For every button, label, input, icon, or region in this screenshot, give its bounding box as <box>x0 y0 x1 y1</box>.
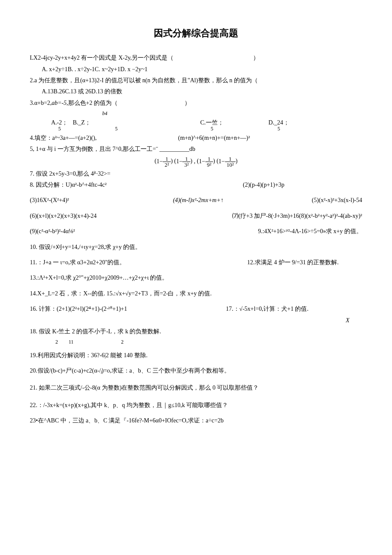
q16: 16. 计算：(2+1)(2²+l)(2⁴+1)-(2·²⁸+1)+1 <box>30 304 127 314</box>
q23: 23•在^ABC 中，三边 a、b、C 满足『-16fe?-M+6α0+IOfe… <box>30 416 362 425</box>
page-title: 因式分解综合提高题 <box>30 26 362 40</box>
q3-optC: C.一竺；5 <box>200 119 224 132</box>
q3-optB-den: 5 <box>115 119 118 132</box>
q4-right: (m+n)^+6(m+n)+=(m+n+—)² <box>178 133 250 143</box>
q1-text: LX2-4jcy-2y+x+4y2 有一个因式是 X-2y,另一个因式是（ <box>30 55 173 61</box>
q8-row3: (6)(x+l)(x+2)(x+3)(x+4)-24 ⑺(疗+3 加尸-8(·J… <box>30 211 362 221</box>
q18-dens: 2 11 2 <box>30 338 362 346</box>
q8-row2: (3)16X²-(X²+4)² (4)(m-l)x²-2mx+m+↑ (5)(x… <box>30 196 362 205</box>
q3-optB: B._Z； <box>73 119 91 126</box>
q3-options: A.-2；5 B._Z； 5 C.一竺；5 D._24；5 <box>30 119 362 132</box>
q3-optA: A.-2；5 <box>51 119 68 132</box>
q19: 19.利用因式分解说明：36?-6|2 能被 140 整除. <box>30 351 362 360</box>
q2-stem: 2.a 为任意整数，且(α+13)2-I 的值总可以被 n(n 为自然数，且"A… <box>30 76 362 85</box>
q14-15: 14.X+_L=2 石，求：X--的值. 15.:√x+√y=2+T3，而=2-… <box>30 289 362 298</box>
q8-right: (2)(p-4)(p+1)+3p <box>243 180 362 190</box>
q3-b: ab=-5, <box>52 100 68 106</box>
q1-tail: ） <box>253 55 259 61</box>
q1-stem: LX2-4jcy-2y+x+4y2 有一个因式是 X-2y,另一个因式是（ ） <box>30 53 362 63</box>
q3-tail: ） <box>184 100 190 106</box>
q21: 21. 如果二次三项式/-公-8(α 为整数)在整数范围内可以分解因式，那么 0… <box>30 383 362 393</box>
q8-row4: (9)(c²-α²-b²)²-4α⅛² 9.:4X²+16>ʸ²-4Λ-16>÷… <box>30 227 362 236</box>
q9: 9.:4X²+16>ʸ²-4Λ-16>÷5=0»求 x+y 的值。 <box>258 227 362 236</box>
q20: 20.假设/(b-c)+尸(c-a)+c2(α-/ⱼ)=o,求证：a、b、C 三… <box>30 366 362 376</box>
q11-12: 11.：J+a 一 ι=o,求 α3+2α2+20"的值。 12.求满足 4 炉… <box>30 258 362 267</box>
q3-stem: 3.α+b=2,ab=-5,那么色+2 的值为（ ） <box>30 98 362 108</box>
q18-text: 18. 假设 K-竺土 2 的值不小于-L，求 k 的负整数解. <box>30 328 161 335</box>
q7: 7. 假设 2x+5y-3=0,那么 4ʲᵗ·32>= <box>30 169 362 179</box>
q3-c: 那么色+2 的值为（ <box>68 100 118 106</box>
q22: 22.：/-3x+k=(x+p)(x+g),其中 k、p、q 均为整数，且｜g≤… <box>30 401 362 410</box>
q8: 8. 因式分解：U)α²-b^+4ftc-4c² (2)(p-4)(p+1)+3… <box>30 180 362 190</box>
q8-5: (5)(x²-x)²+3x(x-l)-54 <box>312 196 362 205</box>
q1-options: A. x+2y÷1B. . x÷2y-1C. x~2y+1D. x −2y~1 <box>30 65 362 74</box>
q13: 13.:Λ²+X+l=0,求 χ2°"+χ2010+χ2009+…+χ2+χ+ι… <box>30 273 362 283</box>
q17: 17.：√-5x+l=0,计算：犬+1 的值. <box>226 304 362 314</box>
q4-left: 4.填空：a²~3a+—=(a+2)(), <box>30 133 170 143</box>
q8-6: (6)(x+l)(x+2)(x+3)(x+4)-24 <box>30 211 170 221</box>
q3-sub: b4 <box>30 110 362 118</box>
q3-a: 3.α+b=2, <box>30 100 52 106</box>
q18: 18. 假设 K-竺土 2 的值不小于-L，求 k 的负整数解. <box>30 327 362 336</box>
q11: 11.：J+a 一 ι=o,求 α3+2α2+20"的值。 <box>30 258 125 267</box>
q3-optD: D._24；5 <box>268 119 289 132</box>
q8-7-8: ⑺(疗+3 加尸-8(·J+3m)+16(8)(x²-b²+y²-a²)²-4(… <box>232 211 362 221</box>
q16-17: 16. 计算：(2+1)(2²+l)(2⁴+1)-(2·²⁸+1)+1 17.：… <box>30 304 362 314</box>
q5: 5, 1+α 与 i 一方互为倒数，且出 7^0,那么工一工=ˉ _______… <box>30 145 362 154</box>
q2-options: A.13B.26C.13 或 26D.13 的倍数 <box>30 87 362 96</box>
q8-3: (3)16X²-(X²+4)² <box>30 196 132 205</box>
q12: 12.求满足 4 炉一 9/=31 的正整数解. <box>247 258 362 267</box>
float-x: X <box>346 316 349 325</box>
q8-left: 8. 因式分解：U)α²-b^+4ftc-4c² <box>30 180 107 190</box>
q8-9: (9)(c²-α²-b²)²-4α⅛² <box>30 227 170 236</box>
q10: 10. 假设/+刈+y=14,/+ιy+χ=28,求 χ+y 的值。 <box>30 243 362 252</box>
q4: 4.填空：a²~3a+—=(a+2)(), (m+n)^+6(m+n)+=(m+… <box>30 133 362 143</box>
q8-4: (4)(m-l)x²-2mx+m+↑ <box>173 196 271 205</box>
q6-formula: (1−12²) (1−13²) , (1−19²) (1−110²) <box>30 156 362 168</box>
